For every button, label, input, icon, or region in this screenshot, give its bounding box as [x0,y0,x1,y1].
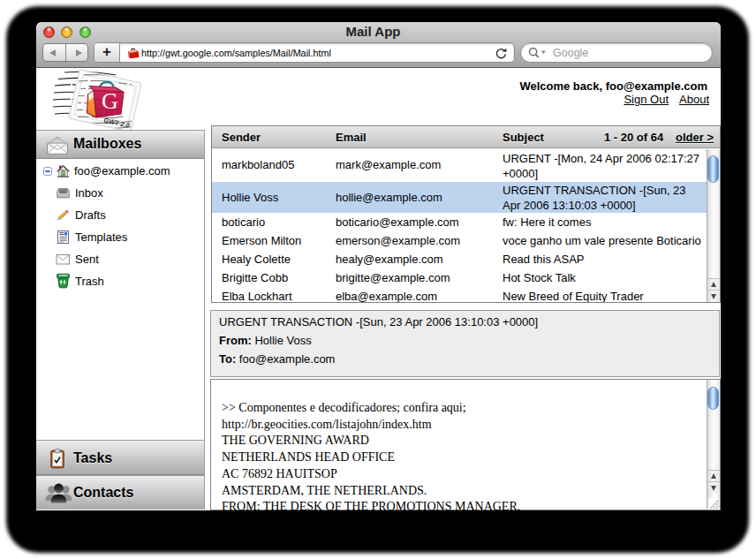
svg-text:G: G [102,88,118,114]
